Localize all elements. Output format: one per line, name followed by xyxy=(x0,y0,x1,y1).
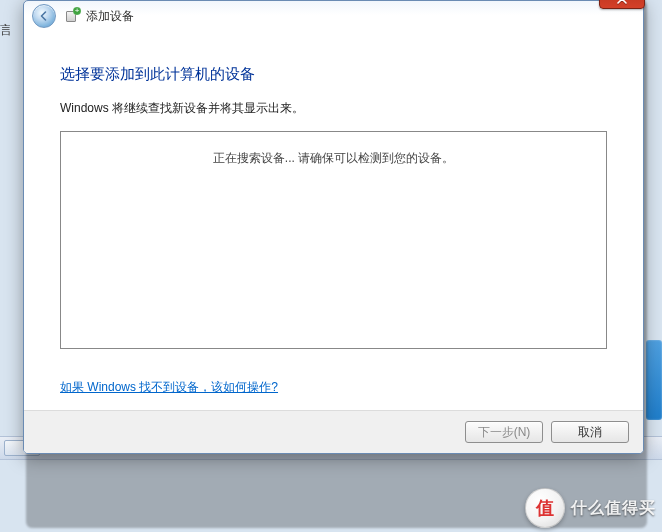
back-button[interactable] xyxy=(32,4,56,28)
help-link[interactable]: 如果 Windows 找不到设备，该如何操作? xyxy=(60,379,278,396)
dialog-title: 添加设备 xyxy=(86,8,134,25)
searching-status: 正在搜索设备... 请确保可以检测到您的设备。 xyxy=(213,151,454,165)
device-list: 正在搜索设备... 请确保可以检测到您的设备。 xyxy=(60,131,607,349)
back-arrow-icon xyxy=(38,10,50,22)
cropped-char: 言 xyxy=(0,22,10,39)
add-device-dialog: + 添加设备 选择要添加到此计算机的设备 Windows 将继续查找新设备并将其… xyxy=(23,0,644,454)
watermark-text: 什么值得买 xyxy=(571,498,656,519)
cancel-button[interactable]: 取消 xyxy=(551,421,629,443)
titlebar: + 添加设备 xyxy=(24,1,643,31)
add-device-icon: + xyxy=(64,8,80,24)
dialog-content: 选择要添加到此计算机的设备 Windows 将继续查找新设备并将其显示出来。 正… xyxy=(24,31,643,410)
next-button[interactable]: 下一步(N) xyxy=(465,421,543,443)
background-accent xyxy=(646,340,662,420)
watermark: 值 什么值得买 xyxy=(525,488,656,528)
button-row: 下一步(N) 取消 xyxy=(24,410,643,453)
page-subtext: Windows 将继续查找新设备并将其显示出来。 xyxy=(60,100,607,117)
watermark-badge-icon: 值 xyxy=(525,488,565,528)
page-heading: 选择要添加到此计算机的设备 xyxy=(60,65,607,84)
